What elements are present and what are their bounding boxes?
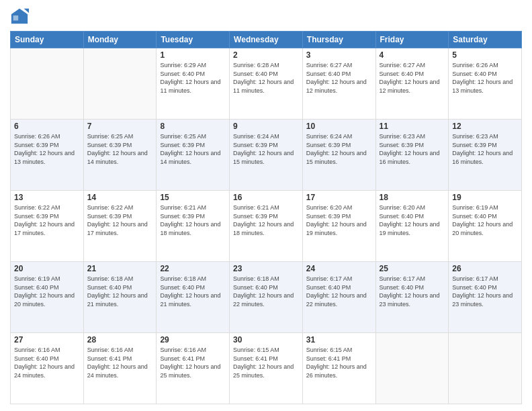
- day-info: Sunrise: 6:25 AMSunset: 6:39 PMDaylight:…: [87, 132, 153, 166]
- calendar-cell: 1Sunrise: 6:29 AMSunset: 6:40 PMDaylight…: [157, 48, 230, 120]
- calendar-cell: 29Sunrise: 6:16 AMSunset: 6:41 PMDayligh…: [157, 333, 230, 404]
- day-number: 30: [233, 335, 299, 345]
- calendar-cell: 24Sunrise: 6:17 AMSunset: 6:40 PMDayligh…: [302, 262, 375, 333]
- day-info: Sunrise: 6:18 AMSunset: 6:40 PMDaylight:…: [233, 275, 299, 308]
- weekday-header-sunday: Sunday: [11, 32, 84, 48]
- day-number: 18: [380, 193, 445, 202]
- weekday-header-saturday: Saturday: [449, 32, 522, 48]
- calendar-cell: 25Sunrise: 6:17 AMSunset: 6:40 PMDayligh…: [375, 262, 449, 333]
- day-number: 26: [452, 264, 518, 273]
- day-number: 17: [306, 193, 372, 202]
- day-info: Sunrise: 6:19 AMSunset: 6:40 PMDaylight:…: [14, 275, 80, 308]
- logo-icon: [10, 7, 29, 26]
- day-number: 22: [160, 264, 226, 273]
- day-info: Sunrise: 6:17 AMSunset: 6:40 PMDaylight:…: [452, 275, 518, 308]
- weekday-header-row: SundayMondayTuesdayWednesdayThursdayFrid…: [11, 32, 522, 48]
- week-row-4: 27Sunrise: 6:16 AMSunset: 6:40 PMDayligh…: [11, 333, 522, 404]
- day-info: Sunrise: 6:22 AMSunset: 6:39 PMDaylight:…: [14, 203, 80, 237]
- day-number: 9: [233, 122, 299, 131]
- calendar-cell: 8Sunrise: 6:25 AMSunset: 6:39 PMDaylight…: [157, 120, 230, 191]
- calendar-cell: 10Sunrise: 6:24 AMSunset: 6:39 PMDayligh…: [302, 120, 375, 191]
- week-row-0: 1Sunrise: 6:29 AMSunset: 6:40 PMDaylight…: [11, 48, 522, 120]
- calendar-cell: 2Sunrise: 6:28 AMSunset: 6:40 PMDaylight…: [230, 48, 303, 120]
- day-info: Sunrise: 6:20 AMSunset: 6:40 PMDaylight:…: [380, 203, 445, 237]
- day-number: 10: [306, 122, 372, 131]
- day-info: Sunrise: 6:24 AMSunset: 6:39 PMDaylight:…: [233, 132, 299, 166]
- page: SundayMondayTuesdayWednesdayThursdayFrid…: [0, 0, 532, 411]
- calendar-cell: 23Sunrise: 6:18 AMSunset: 6:40 PMDayligh…: [230, 262, 303, 333]
- day-number: 23: [233, 264, 299, 273]
- day-info: Sunrise: 6:18 AMSunset: 6:40 PMDaylight:…: [160, 275, 226, 308]
- day-info: Sunrise: 6:25 AMSunset: 6:39 PMDaylight:…: [160, 132, 226, 166]
- day-number: 12: [452, 122, 518, 131]
- logo: [10, 7, 32, 26]
- calendar-cell: 31Sunrise: 6:15 AMSunset: 6:41 PMDayligh…: [302, 333, 375, 404]
- calendar-cell: 20Sunrise: 6:19 AMSunset: 6:40 PMDayligh…: [11, 262, 84, 333]
- day-info: Sunrise: 6:17 AMSunset: 6:40 PMDaylight:…: [380, 275, 445, 308]
- day-number: 24: [306, 264, 372, 273]
- calendar-cell: 7Sunrise: 6:25 AMSunset: 6:39 PMDaylight…: [83, 120, 157, 191]
- day-info: Sunrise: 6:23 AMSunset: 6:39 PMDaylight:…: [380, 132, 445, 166]
- day-number: 21: [87, 264, 153, 273]
- calendar-cell: 21Sunrise: 6:18 AMSunset: 6:40 PMDayligh…: [83, 262, 157, 333]
- day-number: 28: [87, 335, 153, 345]
- day-info: Sunrise: 6:21 AMSunset: 6:39 PMDaylight:…: [233, 203, 299, 237]
- day-info: Sunrise: 6:26 AMSunset: 6:40 PMDaylight:…: [452, 61, 518, 95]
- calendar-cell: 16Sunrise: 6:21 AMSunset: 6:39 PMDayligh…: [230, 191, 303, 262]
- day-number: 15: [160, 193, 226, 202]
- day-info: Sunrise: 6:16 AMSunset: 6:41 PMDaylight:…: [160, 346, 226, 379]
- calendar-cell: 18Sunrise: 6:20 AMSunset: 6:40 PMDayligh…: [375, 191, 449, 262]
- day-number: 4: [380, 50, 445, 60]
- day-info: Sunrise: 6:23 AMSunset: 6:39 PMDaylight:…: [452, 132, 518, 166]
- calendar-cell: 19Sunrise: 6:19 AMSunset: 6:40 PMDayligh…: [449, 191, 522, 262]
- weekday-header-wednesday: Wednesday: [230, 32, 303, 48]
- calendar-cell: 30Sunrise: 6:15 AMSunset: 6:41 PMDayligh…: [230, 333, 303, 404]
- calendar-cell: 4Sunrise: 6:27 AMSunset: 6:40 PMDaylight…: [375, 48, 449, 120]
- calendar-cell: 11Sunrise: 6:23 AMSunset: 6:39 PMDayligh…: [375, 120, 449, 191]
- day-info: Sunrise: 6:18 AMSunset: 6:40 PMDaylight:…: [87, 275, 153, 308]
- calendar-cell: [449, 333, 522, 404]
- calendar-table: SundayMondayTuesdayWednesdayThursdayFrid…: [10, 31, 522, 404]
- calendar-cell: 6Sunrise: 6:26 AMSunset: 6:39 PMDaylight…: [11, 120, 84, 191]
- calendar-cell: [375, 333, 449, 404]
- svg-rect-2: [13, 15, 18, 20]
- weekday-header-thursday: Thursday: [302, 32, 375, 48]
- week-row-2: 13Sunrise: 6:22 AMSunset: 6:39 PMDayligh…: [11, 191, 522, 262]
- calendar-cell: 5Sunrise: 6:26 AMSunset: 6:40 PMDaylight…: [449, 48, 522, 120]
- day-info: Sunrise: 6:27 AMSunset: 6:40 PMDaylight:…: [306, 61, 372, 95]
- calendar-cell: 15Sunrise: 6:21 AMSunset: 6:39 PMDayligh…: [157, 191, 230, 262]
- day-info: Sunrise: 6:19 AMSunset: 6:40 PMDaylight:…: [452, 203, 518, 237]
- day-number: 14: [87, 193, 153, 202]
- calendar-cell: 27Sunrise: 6:16 AMSunset: 6:40 PMDayligh…: [11, 333, 84, 404]
- calendar-cell: 17Sunrise: 6:20 AMSunset: 6:39 PMDayligh…: [302, 191, 375, 262]
- day-number: 5: [452, 50, 518, 60]
- weekday-header-tuesday: Tuesday: [157, 32, 230, 48]
- day-number: 6: [14, 122, 80, 131]
- week-row-1: 6Sunrise: 6:26 AMSunset: 6:39 PMDaylight…: [11, 120, 522, 191]
- calendar-cell: 14Sunrise: 6:22 AMSunset: 6:39 PMDayligh…: [83, 191, 157, 262]
- calendar-cell: 26Sunrise: 6:17 AMSunset: 6:40 PMDayligh…: [449, 262, 522, 333]
- day-number: 29: [160, 335, 226, 345]
- calendar-cell: 12Sunrise: 6:23 AMSunset: 6:39 PMDayligh…: [449, 120, 522, 191]
- day-number: 8: [160, 122, 226, 131]
- day-number: 19: [452, 193, 518, 202]
- day-number: 16: [233, 193, 299, 202]
- day-number: 20: [14, 264, 80, 273]
- day-info: Sunrise: 6:28 AMSunset: 6:40 PMDaylight:…: [233, 61, 299, 95]
- header: [10, 7, 522, 26]
- calendar-cell: 13Sunrise: 6:22 AMSunset: 6:39 PMDayligh…: [11, 191, 84, 262]
- calendar-cell: 3Sunrise: 6:27 AMSunset: 6:40 PMDaylight…: [302, 48, 375, 120]
- calendar-cell: [11, 48, 84, 120]
- day-number: 1: [160, 50, 226, 60]
- day-number: 7: [87, 122, 153, 131]
- day-number: 31: [306, 335, 372, 345]
- weekday-header-friday: Friday: [375, 32, 449, 48]
- day-info: Sunrise: 6:26 AMSunset: 6:39 PMDaylight:…: [14, 132, 80, 166]
- day-number: 27: [14, 335, 80, 345]
- day-number: 13: [14, 193, 80, 202]
- day-info: Sunrise: 6:20 AMSunset: 6:39 PMDaylight:…: [306, 203, 372, 237]
- calendar-cell: 22Sunrise: 6:18 AMSunset: 6:40 PMDayligh…: [157, 262, 230, 333]
- day-number: 11: [380, 122, 445, 131]
- day-info: Sunrise: 6:15 AMSunset: 6:41 PMDaylight:…: [306, 346, 372, 379]
- calendar-cell: 9Sunrise: 6:24 AMSunset: 6:39 PMDaylight…: [230, 120, 303, 191]
